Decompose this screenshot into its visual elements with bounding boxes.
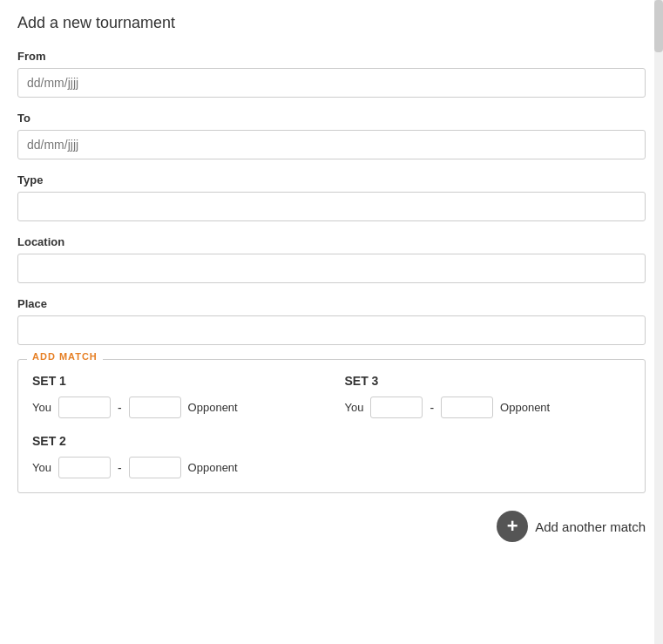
set3-opponent-score[interactable]	[441, 397, 493, 418]
add-match-section: ADD MATCH SET 1 You - Opponent SET 2 You	[17, 359, 646, 493]
page-title: Add a new tournament	[17, 14, 646, 32]
set1-title: SET 1	[32, 374, 319, 388]
add-another-match-label: Add another match	[535, 519, 646, 534]
set2-title: SET 2	[32, 434, 319, 448]
type-input[interactable]	[17, 192, 646, 221]
place-input[interactable]	[17, 315, 646, 345]
scrollbar-track[interactable]	[654, 0, 663, 556]
right-sets-column: SET 3 You - Opponent	[345, 374, 632, 478]
set2-opponent-label: Opponent	[188, 461, 238, 474]
from-input[interactable]	[17, 68, 646, 98]
set1-you-label: You	[32, 401, 51, 414]
set2-you-label: You	[32, 461, 51, 474]
from-field-group: From	[17, 50, 646, 98]
set3-opponent-label: Opponent	[500, 401, 550, 414]
set3-title: SET 3	[345, 374, 632, 388]
to-field-group: To	[17, 112, 646, 159]
set1-row: You - Opponent	[32, 397, 319, 418]
location-label: Location	[17, 235, 646, 248]
place-label: Place	[17, 297, 646, 310]
to-label: To	[17, 112, 646, 125]
to-input[interactable]	[17, 130, 646, 159]
set2-opponent-score[interactable]	[129, 457, 181, 478]
set2-you-score[interactable]	[58, 457, 111, 478]
add-match-legend: ADD MATCH	[27, 351, 103, 362]
sets-container: SET 1 You - Opponent SET 2 You -	[32, 374, 631, 478]
set1-opponent-label: Opponent	[188, 401, 238, 414]
add-another-match-button[interactable]: + Add another match	[497, 511, 646, 542]
left-sets-column: SET 1 You - Opponent SET 2 You -	[32, 374, 319, 478]
place-field-group: Place	[17, 297, 646, 345]
set3-row: You - Opponent	[345, 397, 632, 418]
location-input[interactable]	[17, 254, 646, 283]
set2-dash: -	[118, 461, 122, 475]
add-match-btn-container: + Add another match	[17, 511, 646, 542]
set2-row: You - Opponent	[32, 457, 319, 478]
from-label: From	[17, 50, 646, 63]
set3-dash: -	[430, 401, 434, 415]
set3-you-label: You	[345, 401, 364, 414]
set1-dash: -	[118, 401, 122, 415]
type-label: Type	[17, 173, 646, 186]
location-field-group: Location	[17, 235, 646, 283]
scrollbar-thumb[interactable]	[654, 0, 663, 52]
set1-you-score[interactable]	[58, 397, 111, 418]
set1-opponent-score[interactable]	[129, 397, 181, 418]
plus-icon: +	[497, 511, 528, 542]
set3-you-score[interactable]	[370, 397, 423, 418]
type-field-group: Type	[17, 173, 646, 221]
